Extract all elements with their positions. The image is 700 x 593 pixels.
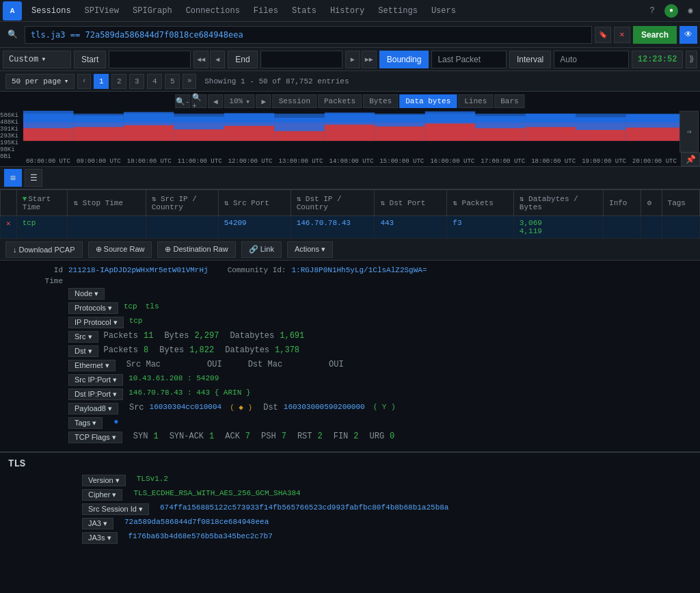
tags-button[interactable]: Tags ▾: [68, 417, 103, 429]
zoom-in-button[interactable]: 🔍+: [191, 94, 206, 108]
src-databytes-value: 1,691: [280, 331, 304, 341]
page-3-button[interactable]: 3: [129, 74, 144, 89]
src-ip-port-button[interactable]: Src IP:Port ▾: [68, 374, 123, 386]
pan-left-button[interactable]: ◀: [208, 94, 223, 108]
chart-tab-packets[interactable]: Packets: [318, 94, 362, 108]
prev-single-arrow-icon[interactable]: ◀: [210, 51, 225, 68]
auto-input[interactable]: [554, 51, 628, 68]
grid-view-button[interactable]: ⊞: [4, 169, 22, 187]
tls-ja3s-button[interactable]: JA3s ▾: [82, 532, 118, 544]
protocols-button[interactable]: Protocols ▾: [68, 302, 118, 314]
list-view-button[interactable]: ☰: [25, 169, 42, 187]
ip-protocol-button[interactable]: IP Protocol ▾: [68, 317, 124, 328]
expand-icon[interactable]: ⟫: [686, 51, 697, 68]
col-config[interactable]: ⚙: [641, 190, 662, 216]
start-button[interactable]: Start: [74, 51, 106, 68]
nav-sessions[interactable]: Sessions: [25, 0, 78, 22]
bookmark-icon[interactable]: 🔖: [595, 27, 611, 43]
per-page-dropdown[interactable]: 50 per page ▾: [5, 74, 75, 89]
tcp-flags-row: TCP Flags ▾ SYN 1 SYN-ACK 1 ACK 7 PSH 7 …: [8, 432, 692, 443]
end-time-input[interactable]: [260, 51, 342, 68]
chart-pin-button[interactable]: 📌: [681, 153, 700, 166]
col-src-ip[interactable]: ⇅ Src IP /Country: [146, 190, 218, 216]
col-actions: [1, 190, 17, 216]
bounding-button[interactable]: Bounding: [379, 51, 429, 68]
chart-tab-bytes[interactable]: Bytes: [363, 94, 398, 108]
payload-button[interactable]: Payload8 ▾: [68, 403, 118, 414]
row-src-ip: [146, 216, 218, 239]
nav-spiview[interactable]: SPIView: [78, 0, 126, 22]
nav-spigraph[interactable]: SPIGraph: [126, 0, 179, 22]
clear-search-button[interactable]: ✕: [614, 27, 630, 43]
dst-button[interactable]: Dst ▾: [68, 345, 98, 357]
page-1-button[interactable]: 1: [94, 74, 109, 89]
page-5-button[interactable]: 5: [165, 74, 180, 89]
zoom-level-dropdown[interactable]: 10% ▾: [224, 94, 254, 108]
start-time-input[interactable]: [109, 51, 191, 68]
tls-ja3-button[interactable]: JA3 ▾: [82, 518, 113, 529]
col-start-time[interactable]: ▼StartTime: [16, 190, 68, 216]
zoom-out-button[interactable]: 🔍-: [175, 94, 190, 108]
col-info[interactable]: Info: [604, 190, 641, 216]
col-tags[interactable]: Tags: [662, 190, 699, 216]
nav-users[interactable]: Users: [425, 0, 463, 22]
pan-right-button[interactable]: ▶: [256, 94, 271, 108]
prev-page-button[interactable]: ‹: [77, 74, 91, 89]
nav-connections[interactable]: Connections: [179, 0, 247, 22]
nav-history[interactable]: History: [323, 0, 371, 22]
end-button[interactable]: End: [228, 51, 257, 68]
tls-cipher-button[interactable]: Cipher ▾: [82, 489, 122, 501]
next-arrow-icon[interactable]: ▶▶: [362, 51, 377, 68]
src-button[interactable]: Src ▾: [68, 331, 98, 343]
source-raw-button[interactable]: ⊕ Source Raw: [88, 241, 152, 258]
search-icon[interactable]: 🔍: [3, 25, 22, 44]
col-packets[interactable]: ⇅ Packets: [447, 190, 514, 216]
chart-tab-databytes[interactable]: Data bytes: [399, 94, 457, 108]
table-row[interactable]: ✕ tcp 54209 146.70.78.43 443 f3 3,0694,1…: [1, 216, 700, 239]
notification-icon[interactable]: ◉: [681, 1, 700, 21]
eye-icon[interactable]: 👁: [679, 26, 697, 44]
tcp-flags-button[interactable]: TCP Flags ▾: [68, 432, 122, 443]
svg-rect-13: [274, 131, 324, 141]
tags-row: Tags ▾ ●: [8, 417, 692, 429]
link-button[interactable]: 🔗 Link: [241, 241, 282, 258]
more-pages-button[interactable]: »: [183, 74, 196, 89]
tls-version-button[interactable]: Version ▾: [82, 475, 126, 486]
chart-tab-lines[interactable]: Lines: [458, 94, 493, 108]
download-pcap-button[interactable]: ↓ Download PCAP: [5, 241, 83, 258]
help-icon[interactable]: ?: [643, 1, 662, 21]
search-bar: 🔍 🔖 ✕ Search 👁: [0, 22, 700, 48]
sessions-table-container: ▼StartTime ⇅ Stop Time ⇅ Src IP /Country…: [0, 189, 700, 239]
svg-rect-23: [526, 127, 576, 141]
chart-tab-bars[interactable]: Bars: [494, 94, 524, 108]
col-dst-port[interactable]: ⇅ Dst Port: [375, 190, 447, 216]
page-2-button[interactable]: 2: [111, 74, 126, 89]
tls-src-session-button[interactable]: Src Session Id ▾: [82, 503, 149, 515]
ethernet-button[interactable]: Ethernet ▾: [68, 360, 116, 371]
chart-tab-session[interactable]: Session: [273, 94, 317, 108]
top-nav: A Sessions SPIView SPIGraph Connections …: [0, 0, 700, 22]
nav-stats[interactable]: Stats: [285, 0, 323, 22]
col-databytes[interactable]: ⇅ Databytes /Bytes: [513, 190, 603, 216]
app-logo: A: [3, 1, 22, 21]
interval-button[interactable]: Interval: [509, 51, 551, 68]
row-close-button[interactable]: ✕: [1, 216, 17, 239]
col-stop-time[interactable]: ⇅ Stop Time: [68, 190, 146, 216]
page-4-button[interactable]: 4: [147, 74, 162, 89]
prev-arrow-icon[interactable]: ◀◀: [193, 51, 208, 68]
search-button[interactable]: Search: [633, 26, 677, 44]
next-single-arrow-icon[interactable]: ▶: [345, 51, 360, 68]
nav-settings[interactable]: Settings: [371, 0, 425, 22]
row-start-time: tcp: [16, 216, 68, 239]
time-range-dropdown[interactable]: Custom ▾: [3, 51, 71, 68]
dst-ip-port-button[interactable]: Dst IP:Port ▾: [68, 388, 123, 400]
nav-files[interactable]: Files: [247, 0, 285, 22]
actions-dropdown-button[interactable]: Actions ▾: [287, 241, 333, 258]
search-input[interactable]: [25, 26, 592, 44]
last-packet-input[interactable]: [431, 51, 506, 68]
col-src-port[interactable]: ⇅ Src Port: [218, 190, 291, 216]
destination-raw-button[interactable]: ⊕ Destination Raw: [157, 241, 235, 258]
node-button[interactable]: Node ▾: [68, 288, 105, 300]
col-dst-ip[interactable]: ⇅ Dst IP /Country: [291, 190, 375, 216]
chart-scroll-button[interactable]: ⇒: [679, 111, 699, 153]
